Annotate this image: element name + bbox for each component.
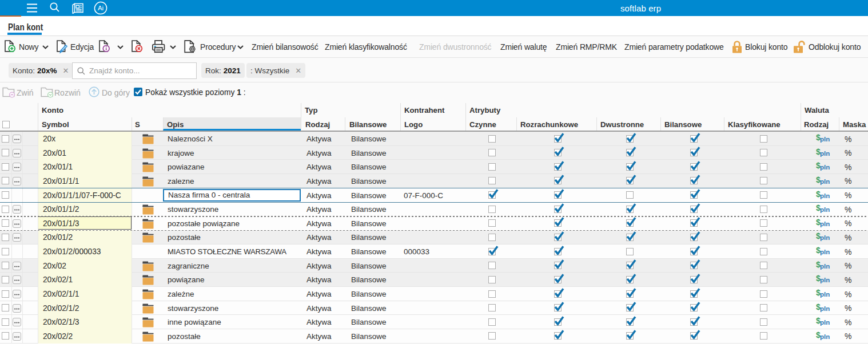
svg-text:Ai: Ai — [98, 5, 103, 11]
